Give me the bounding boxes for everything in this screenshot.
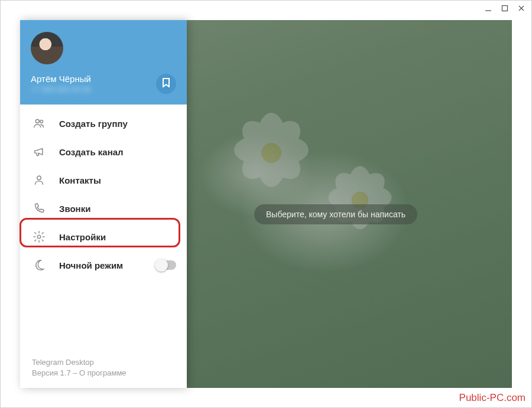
menu-night-mode[interactable]: Ночной режим [20, 251, 187, 279]
window-controls [484, 4, 525, 12]
phone-icon [32, 201, 46, 216]
menu-list: Создать группу Создать канал Контакты Зв… [20, 105, 187, 348]
menu-contacts[interactable]: Контакты [20, 166, 187, 194]
decor-flower [322, 162, 398, 238]
chat-placeholder: Выберите, кому хотели бы написать [254, 204, 417, 224]
moon-icon [32, 258, 46, 272]
menu-label: Создать группу [59, 119, 128, 129]
menu-label: Контакты [59, 175, 101, 185]
minimize-icon[interactable] [484, 4, 492, 12]
menu-new-channel[interactable]: Создать канал [20, 138, 187, 166]
menu-label: Настройки [59, 232, 106, 242]
app-window: Выберите, кому хотели бы написать Артём … [0, 0, 532, 408]
gear-icon [32, 230, 46, 244]
group-icon [32, 116, 46, 130]
bookmark-icon [162, 78, 170, 90]
svg-point-4 [35, 119, 39, 123]
close-icon[interactable] [517, 4, 525, 12]
watermark: Public-PC.com [459, 392, 525, 404]
decor-flower [227, 109, 316, 197]
avatar[interactable] [31, 32, 63, 64]
svg-point-5 [40, 120, 43, 123]
svg-point-6 [37, 176, 41, 179]
user-phone: +7 999 999 99 99 [31, 85, 91, 94]
main-menu-drawer: Артём Чёрный +7 999 999 99 99 Создать гр… [20, 20, 187, 388]
drawer-header: Артём Чёрный +7 999 999 99 99 [20, 20, 187, 105]
user-name: Артём Чёрный [31, 74, 91, 84]
menu-label: Создать канал [59, 147, 124, 157]
menu-settings[interactable]: Настройки [20, 223, 187, 251]
svg-point-7 [37, 235, 41, 239]
megaphone-icon [32, 145, 46, 159]
contact-icon [32, 173, 46, 187]
app-name: Telegram Desktop [32, 358, 175, 367]
svg-rect-1 [502, 6, 508, 11]
menu-label: Ночной режим [59, 260, 123, 270]
maximize-icon[interactable] [501, 4, 509, 12]
menu-label: Звонки [59, 204, 90, 214]
menu-new-group[interactable]: Создать группу [20, 109, 187, 138]
saved-messages-button[interactable] [156, 74, 176, 94]
menu-calls[interactable]: Звонки [20, 194, 187, 223]
night-mode-toggle[interactable] [156, 260, 176, 270]
drawer-footer: Telegram Desktop Версия 1.7 – О программ… [20, 348, 187, 388]
app-version[interactable]: Версия 1.7 – О программе [32, 368, 175, 377]
